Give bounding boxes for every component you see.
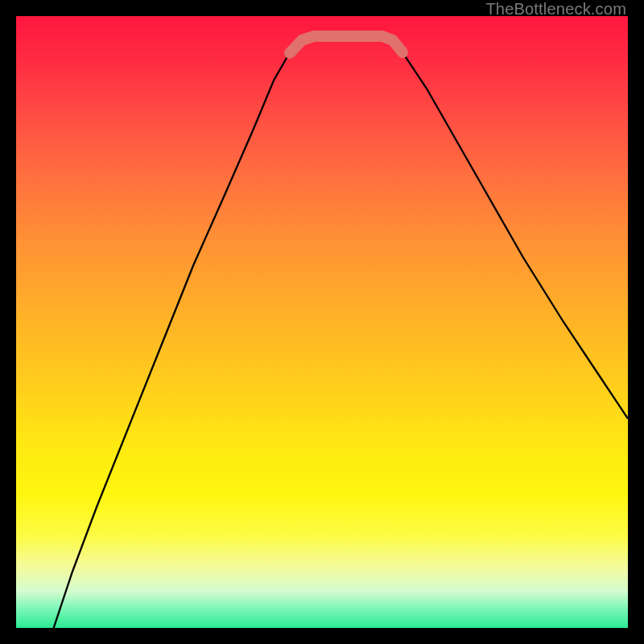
chart-frame: TheBottleneck.com [0, 0, 644, 644]
plot-area [16, 16, 628, 628]
curve-svg [16, 16, 628, 628]
bottleneck-curve [48, 36, 628, 628]
highlight-segment [290, 36, 402, 53]
